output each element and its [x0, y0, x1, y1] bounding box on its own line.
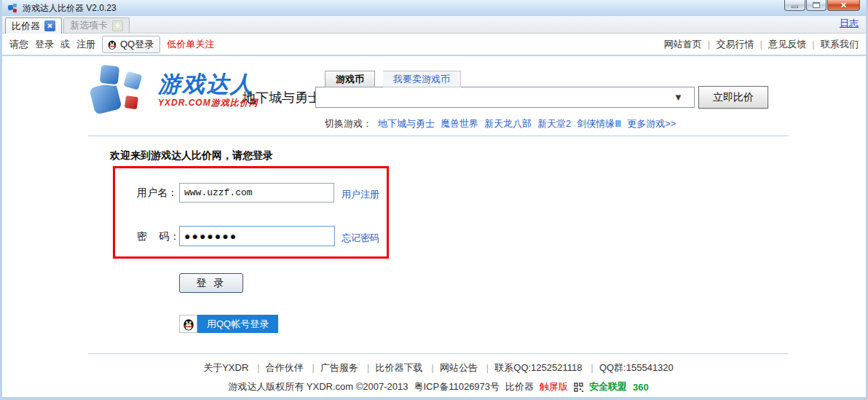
- game-link-dnf[interactable]: 地下城与勇士: [378, 117, 435, 130]
- switch-game-row: 切换游戏： 地下城与勇士 魔兽世界 新天龙八部 新天堂2 剑侠情缘Ⅲ 更多游戏>…: [325, 117, 676, 130]
- tab-bar: 比价器 ✕ 新选项卡 + 日志: [2, 16, 866, 34]
- register-link[interactable]: 注册: [76, 38, 95, 51]
- announcement-link[interactable]: 网站公告: [425, 362, 478, 373]
- footer-copyright-row: 游戏达人版权所有 YXDR.com ©2007-2013 粤ICP备110269…: [88, 380, 789, 393]
- main-content: 游戏达人 YXDR.COM游戏比价网 地下城与勇士 游戏币 我要卖游戏币 ▼ 立…: [2, 56, 866, 397]
- tab-comparer[interactable]: 比价器 ✕: [5, 17, 62, 34]
- feedback-link[interactable]: 意见反馈: [754, 38, 806, 51]
- ads-link[interactable]: 广告服务: [306, 362, 358, 373]
- footer-links: 关于YXDR 合作伙伴 广告服务 比价器下载 网站公告 联系QQ:1252521…: [88, 361, 789, 374]
- window-title: 游戏达人比价器 V2.0.23: [23, 2, 117, 15]
- qq-penguin-icon: [179, 315, 197, 333]
- welcome-heading: 欢迎来到游戏达人比价网，请您登录: [110, 149, 273, 162]
- qq-account-login-label: 用QQ帐号登录: [197, 315, 278, 333]
- close-button[interactable]: ✕: [827, 0, 860, 11]
- username-label: 用户名：: [137, 187, 178, 200]
- forgot-password-link[interactable]: 忘记密码: [342, 232, 379, 245]
- close-icon: ✕: [840, 1, 847, 10]
- qq-account-login-button[interactable]: 用QQ帐号登录: [179, 315, 278, 333]
- tab-close-icon[interactable]: ✕: [44, 20, 55, 31]
- title-bar: 游戏达人比价器 V2.0.23 ✕: [2, 0, 866, 16]
- partners-link[interactable]: 合作伙伴: [251, 362, 304, 373]
- more-games-link[interactable]: 更多游戏>>: [627, 117, 676, 130]
- password-label: 密 码：: [137, 230, 181, 243]
- download-link[interactable]: 比价器下载: [361, 362, 423, 373]
- maximize-icon: [813, 2, 820, 8]
- game-link-wow[interactable]: 魔兽世界: [441, 117, 478, 130]
- tab-new[interactable]: 新选项卡 +: [63, 17, 130, 33]
- qq-group-text: QQ群:155541320: [585, 362, 674, 373]
- greeting-text: 请您: [9, 38, 28, 51]
- login-submit-button[interactable]: 登 录: [179, 273, 243, 293]
- site-logo[interactable]: 游戏达人 YXDR.COM游戏比价网: [88, 63, 259, 119]
- qq-penguin-icon: [107, 39, 117, 50]
- tab-plus-icon[interactable]: +: [112, 20, 123, 31]
- game-link-jx3[interactable]: 剑侠情缘Ⅲ: [577, 117, 621, 130]
- current-game-label: 地下城与勇士: [242, 89, 321, 106]
- maximize-button[interactable]: [806, 0, 826, 11]
- log-link[interactable]: 日志: [840, 17, 859, 30]
- app-name-text: 比价器: [505, 380, 534, 393]
- tab-new-label: 新选项卡: [70, 19, 108, 32]
- contact-qq-text: 联系QQ:1252521118: [481, 362, 583, 373]
- footer-divider: [88, 353, 789, 354]
- window-controls: ✕: [784, 0, 860, 11]
- market-link[interactable]: 交易行情: [702, 38, 754, 51]
- server-combo-input[interactable]: [315, 87, 695, 108]
- copyright-text: 游戏达人版权所有 YXDR.com ©2007-2013: [228, 380, 408, 393]
- tab-comparer-label: 比价器: [12, 20, 40, 33]
- minimize-button[interactable]: [784, 0, 805, 11]
- contact-link[interactable]: 联系我们: [806, 38, 859, 51]
- username-input[interactable]: [179, 183, 334, 203]
- logo-squares-icon: [88, 63, 155, 119]
- switch-game-label: 切换游戏：: [325, 117, 372, 130]
- tab-buy-coins[interactable]: 游戏币: [325, 71, 375, 87]
- app-window: 游戏达人比价器 V2.0.23 ✕ 比价器 ✕ 新选项卡 + 日志 请您 登录 …: [0, 0, 868, 400]
- password-input[interactable]: [179, 226, 335, 246]
- about-link[interactable]: 关于YXDR: [203, 362, 248, 373]
- or-text: 或: [60, 38, 70, 51]
- game-link-tlbb[interactable]: 新天龙八部: [484, 117, 532, 130]
- game-link-lineage2[interactable]: 新天堂2: [537, 117, 571, 130]
- app-icon: [7, 3, 18, 14]
- low-price-watch-link[interactable]: 低价单关注: [167, 38, 214, 51]
- tab-sell-coins[interactable]: 我要卖游戏币: [383, 71, 461, 87]
- link-360[interactable]: 360: [633, 382, 649, 393]
- site-home-link[interactable]: 网站首页: [664, 38, 702, 51]
- minimize-icon: [792, 6, 798, 8]
- toolbar-links: 网站首页 交易行情 意见反馈 联系我们: [664, 38, 859, 51]
- register-account-link[interactable]: 用户注册: [342, 188, 379, 201]
- qr-code-icon[interactable]: [574, 383, 583, 392]
- toolbar-left: 请您 登录 或 注册 QQ登录 低价单关注: [9, 36, 214, 53]
- qq-quick-login-button[interactable]: QQ登录: [102, 36, 160, 53]
- qq-quick-login-label: QQ登录: [120, 38, 154, 51]
- touch-version-link[interactable]: 触屏版: [540, 380, 568, 393]
- compare-now-button[interactable]: 立即比价: [698, 86, 768, 109]
- login-link[interactable]: 登录: [35, 38, 54, 51]
- dropdown-arrow-icon[interactable]: ▼: [674, 92, 683, 103]
- header-divider: [88, 136, 789, 136]
- security-alliance-link[interactable]: 安全联盟: [589, 380, 627, 393]
- toolbar: 请您 登录 或 注册 QQ登录 低价单关注 网站首页 交易行情 意见反馈: [2, 34, 866, 56]
- icp-text[interactable]: 粤ICP备11026973号: [414, 380, 500, 393]
